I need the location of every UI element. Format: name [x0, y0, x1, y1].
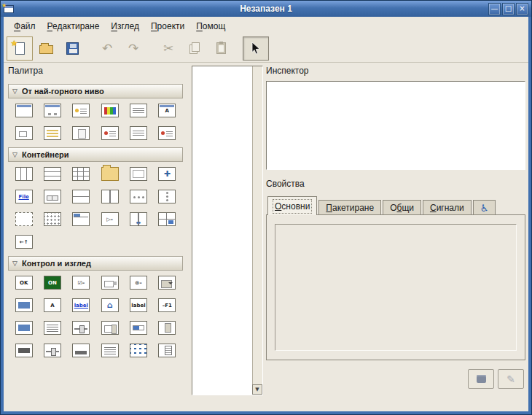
palette-item-hbutton-box[interactable] [42, 190, 63, 203]
palette-section-control[interactable]: ▽Контрол и изглед [8, 256, 183, 271]
tab-packing[interactable]: Пакетиране [318, 200, 381, 215]
palette-item-message-dialog[interactable] [71, 104, 91, 117]
window-icon [15, 104, 33, 117]
palette-item-gnome-dialog[interactable] [128, 126, 149, 140]
open-project-button[interactable] [33, 36, 59, 61]
palette-item-radio-button[interactable]: ⊙– [128, 276, 149, 290]
palette-item-home-link[interactable]: ⌂ [100, 298, 120, 312]
close-button[interactable]: × [516, 3, 528, 15]
redo-button[interactable]: ↷ [120, 36, 146, 61]
palette-item-icon-list[interactable] [128, 344, 149, 357]
palette-item-vruler[interactable] [157, 344, 177, 357]
palette-item-about-dialog[interactable]: A [157, 104, 177, 117]
cut-button[interactable]: ✂ [155, 36, 181, 61]
palette-item-input-dialog[interactable] [14, 126, 34, 140]
expander-down-icon: ▽ [12, 260, 17, 267]
palette-item-vbutton-box[interactable] [71, 190, 91, 203]
tab-signals[interactable]: Сигнали [423, 200, 472, 215]
href-link-icon: label [72, 298, 90, 312]
palette-item-menu-bar[interactable] [14, 344, 34, 357]
palette-item-combo-box[interactable] [100, 276, 120, 290]
menu-help[interactable]: Помощ [190, 19, 231, 34]
palette-item-list[interactable] [100, 344, 120, 357]
palette-item-check-button[interactable]: ☑– [71, 276, 91, 290]
titlebar[interactable]: Незапазен 1 —□× [1, 1, 531, 17]
edit-properties-button[interactable]: ✎ [498, 369, 524, 389]
selector-button[interactable] [243, 36, 269, 61]
palette-item-frame[interactable] [128, 167, 149, 181]
palette-item-text-box[interactable]: A [42, 298, 63, 312]
tab-accessibility[interactable]: ♿ [473, 200, 496, 215]
palette-item-hscrollbar[interactable] [42, 344, 63, 357]
vbox-icon [44, 167, 61, 181]
palette-item-event-box[interactable] [128, 212, 149, 226]
tab-basic[interactable]: Основни [267, 196, 317, 215]
palette-item-table[interactable] [71, 167, 91, 181]
tab-common[interactable]: Общи [383, 200, 421, 215]
palette-item-option-menu[interactable] [157, 276, 177, 290]
palette-item-window[interactable] [14, 104, 34, 117]
palette-item-statusbar[interactable] [71, 344, 91, 357]
palette-item-handle-box[interactable]: ▷– [100, 212, 120, 226]
palette-item-hscale[interactable] [71, 321, 91, 335]
palette-item-gnome-app[interactable] [100, 126, 120, 140]
palette-item-layout[interactable] [42, 212, 63, 226]
palette-item-file-entry[interactable]: File [14, 190, 34, 203]
palette-item-viewport[interactable] [14, 212, 34, 226]
radio-button-icon: ⊙– [130, 276, 147, 290]
inspector-list[interactable] [266, 81, 525, 170]
palette-item-hseparator[interactable] [128, 190, 149, 203]
palette-item-vbox[interactable] [42, 167, 63, 181]
curve-icon: ←↑ [15, 235, 33, 249]
scroll-down-button[interactable]: ▼ [252, 384, 262, 395]
hpaned-icon [101, 190, 119, 203]
palette-item-spin-button[interactable] [100, 321, 120, 335]
palette-section-containers[interactable]: ▽Контейнери [8, 147, 183, 162]
menu-view[interactable]: Изглед [105, 19, 145, 34]
copy-button[interactable] [181, 36, 208, 61]
palette-item-curve[interactable]: ←↑ [14, 235, 34, 249]
palette-item-font-selection-dialog[interactable] [128, 104, 149, 117]
palette-item-dialog[interactable] [42, 104, 63, 117]
new-project-button[interactable]: ★ [7, 36, 33, 61]
gnome-app-icon [101, 126, 119, 140]
menu-edit[interactable]: Редактиране [42, 19, 106, 34]
palette-item-hbox[interactable] [14, 167, 34, 181]
palette-item-hpaned[interactable] [100, 190, 120, 203]
palette-item-entry[interactable] [14, 298, 34, 312]
palette-item-accel-label[interactable]: –F1 [157, 298, 177, 312]
dialog-properties-button[interactable] [468, 369, 494, 389]
project-tree-canvas[interactable] [192, 66, 252, 395]
palette-item-button[interactable]: OK [14, 276, 34, 290]
palette-item-druid[interactable] [157, 126, 177, 140]
vruler-icon [158, 344, 176, 357]
undo-button[interactable]: ↶ [94, 36, 120, 61]
palette-item-text-view[interactable] [42, 321, 63, 335]
palette-item-label[interactable]: label [128, 298, 149, 312]
palette-item-color-selection-dialog[interactable] [100, 104, 120, 117]
minimize-button[interactable]: — [488, 3, 501, 15]
palette-item-notebook[interactable] [71, 212, 91, 226]
palette-item-href-link[interactable]: label [71, 298, 91, 312]
palette-item-vseparator[interactable] [157, 190, 177, 203]
palette-item-combo-entry[interactable] [14, 321, 34, 335]
palette-grid-containers: File▷–←↑ [8, 162, 183, 254]
palette-section-toplevel[interactable]: ▽От най-горното ниво [8, 84, 183, 98]
palette-item-fixed-positions[interactable] [100, 167, 120, 181]
palette-item-scrolled-window[interactable] [157, 167, 177, 181]
save-project-button[interactable] [59, 36, 85, 61]
file-selection-icon [44, 126, 61, 140]
pointer-arrow-icon [249, 42, 262, 55]
palette-item-toggle-button[interactable]: ON [42, 276, 63, 290]
palette-item-property-dialog[interactable] [71, 126, 91, 140]
palette-item-progress-bar[interactable] [128, 321, 149, 335]
menu-file[interactable]: Файл [8, 19, 42, 34]
vertical-scrollbar[interactable]: ▼ [252, 66, 262, 395]
menu-projects[interactable]: Проекти [145, 19, 190, 34]
maximize-button[interactable]: □ [502, 3, 515, 15]
palette-item-vscrollbar[interactable] [157, 321, 177, 335]
palette-item-aspect-frame[interactable] [157, 212, 177, 226]
paste-button[interactable] [208, 36, 234, 61]
accel-label-icon: –F1 [158, 298, 176, 312]
palette-item-file-selection[interactable] [42, 126, 63, 140]
